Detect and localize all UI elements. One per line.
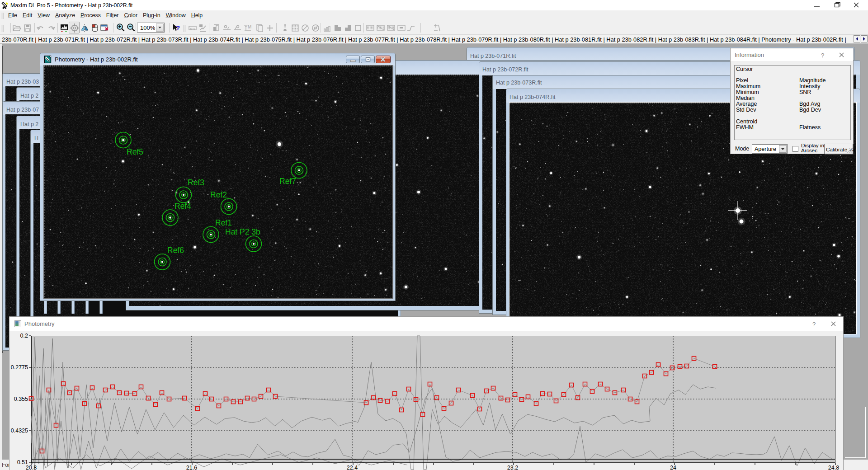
svg-text:21.6: 21.6 [186, 465, 197, 470]
svg-text:24.8: 24.8 [828, 465, 839, 470]
svg-text:M: M [248, 24, 251, 29]
svg-text:22.4: 22.4 [347, 465, 358, 470]
svg-text:Ref2: Ref2 [210, 190, 227, 199]
svg-text:?: ? [176, 24, 180, 32]
svg-text:Ref3: Ref3 [188, 178, 204, 187]
svg-text:0.355: 0.355 [14, 396, 28, 402]
svg-text:Ref4: Ref4 [175, 202, 191, 211]
svg-text:0.4325: 0.4325 [11, 428, 28, 434]
svg-text:23.2: 23.2 [507, 465, 518, 470]
svg-text:Hat P2 3b: Hat P2 3b [225, 227, 260, 236]
svg-text:0.2: 0.2 [20, 333, 28, 339]
svg-text:Ref7: Ref7 [279, 177, 296, 186]
svg-text:24: 24 [670, 465, 676, 470]
svg-text:Ref5: Ref5 [127, 147, 143, 156]
svg-text:Ref6: Ref6 [167, 246, 184, 255]
svg-text:20.8: 20.8 [26, 465, 37, 470]
svg-text:?: ? [821, 52, 824, 59]
svg-text:0.2775: 0.2775 [11, 364, 28, 371]
svg-text:Ref1: Ref1 [215, 218, 232, 227]
